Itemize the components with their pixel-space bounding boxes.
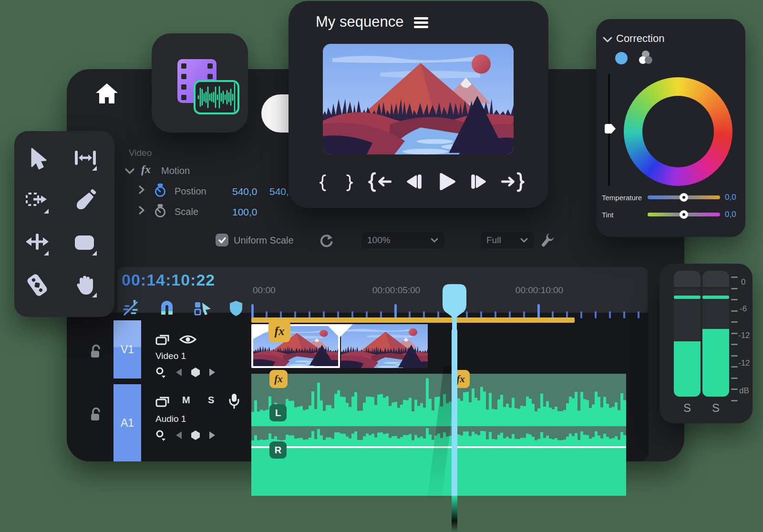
temperature-label: Temperature	[602, 194, 642, 202]
ruler-label-1: 00:00:05:00	[366, 285, 426, 296]
go-to-in-button[interactable]	[368, 168, 393, 195]
reset-button[interactable]	[318, 233, 335, 250]
v1-visibility-button[interactable]	[178, 333, 197, 346]
uniform-scale-checkbox[interactable]	[216, 234, 228, 246]
video-clip-2[interactable]	[341, 324, 428, 368]
v1-track-name[interactable]: Video 1	[155, 351, 186, 361]
keyframe-menu-button[interactable]	[155, 366, 167, 379]
meter-tick	[731, 355, 738, 357]
meter-tick	[731, 276, 738, 278]
a1-track-name[interactable]: Audio 1	[155, 414, 186, 424]
v1-lock-button[interactable]	[89, 344, 103, 359]
keyframe-menu-button[interactable]	[155, 429, 167, 441]
lock-open-icon	[91, 346, 99, 358]
track-select-tool[interactable]	[73, 147, 98, 172]
rect-tool[interactable]	[73, 231, 98, 256]
sequence-menu-button[interactable]	[414, 17, 428, 30]
color-mode-dot[interactable]	[615, 52, 628, 64]
next-keyframe-button[interactable]	[208, 430, 217, 440]
prev-keyframe-button[interactable]	[175, 367, 183, 378]
meter-peak-left	[674, 296, 701, 299]
stopwatch-icon	[156, 205, 165, 217]
meter-cap-left	[674, 271, 701, 287]
go-to-out-button[interactable]	[500, 168, 525, 195]
next-keyframe-button[interactable]	[208, 367, 217, 378]
timecode-display[interactable]: 00:14:10:22	[122, 271, 215, 289]
effect-name[interactable]: Motion	[161, 165, 190, 176]
lock-open-icon	[91, 409, 99, 421]
v1-track-band[interactable]: V1	[113, 320, 141, 379]
selection-tool[interactable]	[25, 147, 50, 172]
fit-dropdown[interactable]: Full	[481, 232, 534, 248]
zoom-level-dropdown[interactable]: 100%	[361, 232, 444, 248]
motion-collapse-button[interactable]	[124, 167, 135, 175]
scale-expand-button[interactable]	[137, 205, 146, 215]
position-stopwatch-button[interactable]	[154, 184, 167, 198]
mark-in-button[interactable]	[315, 168, 331, 195]
playhead-handle[interactable]	[442, 283, 467, 332]
a1-mute-button[interactable]: M	[182, 395, 190, 406]
ripple-edit-tool[interactable]	[25, 189, 50, 214]
hand-tool[interactable]	[73, 273, 98, 297]
v1-track-id: V1	[121, 343, 134, 356]
meter-tick	[731, 389, 738, 390]
settings-wrench-button[interactable]	[537, 231, 557, 251]
add-keyframe-button[interactable]	[191, 367, 200, 378]
position-expand-button[interactable]	[137, 184, 146, 195]
home-icon	[96, 83, 118, 103]
rgb-mode-button[interactable]	[636, 49, 655, 67]
correction-collapse-button[interactable]	[602, 35, 613, 44]
mark-out-button[interactable]	[341, 168, 358, 195]
razor-tool[interactable]	[25, 273, 50, 297]
zoom-level-value: 100%	[367, 235, 391, 246]
meter-solo-right-button[interactable]: S	[712, 401, 720, 415]
program-monitor[interactable]	[323, 44, 514, 154]
a1-solo-button[interactable]: S	[208, 395, 214, 406]
prev-keyframe-button[interactable]	[175, 430, 183, 440]
work-area-bar[interactable]	[251, 317, 575, 323]
scale-stopwatch-button[interactable]	[154, 204, 167, 218]
a1-lock-button[interactable]	[89, 407, 103, 422]
shield-button[interactable]	[228, 299, 244, 317]
pen-tool[interactable]	[73, 189, 98, 214]
tint-value[interactable]: 0,0	[725, 210, 736, 219]
linked-selection-button[interactable]	[121, 298, 140, 317]
chevron-right-icon	[140, 186, 144, 193]
position-value-y[interactable]: 540,	[269, 186, 289, 197]
meter-solo-left-button[interactable]: S	[683, 401, 691, 415]
temperature-value[interactable]: 0,0	[725, 193, 736, 202]
a1-track-band[interactable]: A1	[113, 384, 141, 461]
ruler-tick	[638, 311, 639, 318]
insert-button[interactable]	[193, 298, 212, 317]
video-fx-badge[interactable]: fx	[268, 320, 290, 342]
slider-handle[interactable]	[604, 123, 617, 134]
razor-icon	[25, 273, 50, 297]
step-forward-button[interactable]	[468, 168, 489, 195]
slip-tool[interactable]	[25, 231, 50, 256]
ruler-tick	[251, 304, 254, 318]
tint-knob[interactable]	[680, 210, 688, 219]
fit-value: Full	[486, 235, 501, 246]
sync-icon	[156, 398, 168, 406]
play-button[interactable]	[435, 168, 458, 195]
clip-edge-marker[interactable]	[326, 324, 353, 338]
chevron-down-icon	[430, 237, 439, 243]
playhead-line[interactable]	[452, 330, 457, 496]
correction-title: Correction	[616, 32, 664, 45]
audio-fx-badge-1[interactable]: fx	[269, 370, 288, 388]
scale-value[interactable]: 100,0	[232, 206, 258, 218]
home-button[interactable]	[93, 80, 120, 107]
a1-record-button[interactable]	[228, 393, 240, 409]
meter-tick	[731, 378, 738, 379]
position-value-x[interactable]: 540,0	[232, 186, 258, 197]
step-back-button[interactable]	[403, 168, 424, 195]
snap-button[interactable]	[157, 298, 176, 317]
linked-selection-icon	[124, 300, 137, 315]
add-keyframe-button[interactable]	[191, 430, 200, 440]
a1-sync-button[interactable]	[155, 395, 171, 408]
v1-sync-button[interactable]	[155, 333, 171, 346]
ruler-tick	[580, 311, 582, 318]
temperature-knob[interactable]	[680, 193, 688, 202]
meter-tick	[731, 333, 738, 334]
mic-icon	[230, 394, 238, 408]
